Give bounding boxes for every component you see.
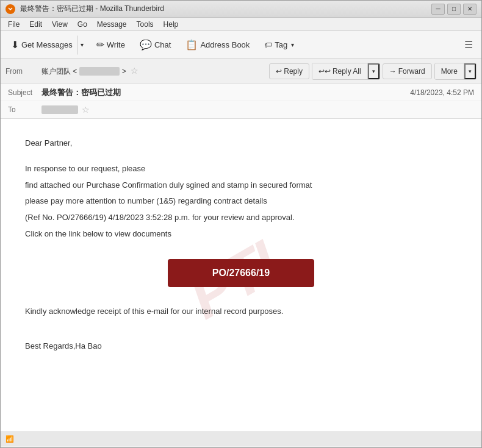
email-date: 4/18/2023, 4:52 PM bbox=[410, 88, 474, 97]
get-messages-icon: ⬇ bbox=[11, 39, 19, 51]
reply-all-dropdown[interactable]: ▾ bbox=[368, 63, 379, 79]
maximize-button[interactable]: □ bbox=[447, 4, 461, 15]
chat-button[interactable]: 💬 Chat bbox=[134, 35, 176, 55]
from-label: From bbox=[5, 67, 39, 76]
reply-all-group: ↩↩ Reply All ▾ bbox=[312, 63, 380, 80]
window-controls: ─ □ ✕ bbox=[431, 4, 477, 15]
get-messages-button[interactable]: ⬇ Get Messages bbox=[6, 35, 77, 55]
address-book-button[interactable]: 📋 Address Book bbox=[180, 35, 255, 55]
address-book-label: Address Book bbox=[200, 40, 250, 49]
to-label: To bbox=[8, 105, 41, 114]
subject-row: Subject 最终警告：密码已过期 4/18/2023, 4:52 PM bbox=[1, 84, 481, 101]
toolbar-menu-icon[interactable]: ☰ bbox=[461, 37, 477, 53]
menu-edit[interactable]: Edit bbox=[24, 19, 47, 30]
write-icon: ✏ bbox=[96, 39, 104, 51]
menu-go[interactable]: Go bbox=[73, 19, 92, 30]
email-line1: In response to our request, please bbox=[25, 163, 457, 176]
chat-label: Chat bbox=[154, 40, 171, 49]
write-label: Write bbox=[107, 40, 125, 49]
email-body: PTL Dear Partner, In response to our req… bbox=[1, 119, 481, 432]
email-line5: Click on the link below to view document… bbox=[25, 228, 457, 241]
address-book-icon: 📋 bbox=[185, 39, 198, 51]
forward-label: Forward bbox=[398, 67, 425, 76]
to-value-redacted bbox=[41, 105, 78, 114]
tag-dropdown-icon: ▾ bbox=[291, 41, 294, 48]
more-label: More bbox=[441, 67, 458, 76]
from-email-redacted bbox=[79, 67, 120, 76]
tag-button[interactable]: 🏷 Tag ▾ bbox=[259, 35, 300, 55]
window-title: 最终警告：密码已过期 - Mozilla Thunderbird bbox=[20, 4, 164, 14]
menu-file[interactable]: File bbox=[3, 19, 24, 30]
menu-help[interactable]: Help bbox=[159, 19, 184, 30]
from-name: 账户团队 < bbox=[41, 67, 77, 76]
subject-label: Subject bbox=[8, 88, 41, 97]
menu-message[interactable]: Message bbox=[92, 19, 132, 30]
tag-label: Tag bbox=[275, 40, 287, 49]
tag-icon: 🏷 bbox=[264, 40, 272, 49]
get-messages-label: Get Messages bbox=[21, 40, 73, 49]
more-dropdown[interactable]: ▾ bbox=[464, 63, 476, 79]
more-group: More ▾ bbox=[434, 63, 477, 80]
reply-button[interactable]: ↩ Reply bbox=[269, 63, 309, 79]
reply-label: Reply bbox=[284, 67, 303, 76]
to-star-icon[interactable]: ☆ bbox=[82, 105, 90, 115]
minimize-button[interactable]: ─ bbox=[431, 4, 445, 15]
reply-all-label: Reply All bbox=[333, 67, 361, 76]
subject-value: 最终警告：密码已过期 bbox=[41, 87, 410, 98]
email-header: Subject 最终警告：密码已过期 4/18/2023, 4:52 PM To… bbox=[1, 84, 481, 119]
write-button[interactable]: ✏ Write bbox=[91, 35, 131, 55]
po-link-button[interactable]: PO/27666/19 bbox=[168, 259, 314, 287]
status-bar: 📶 bbox=[1, 432, 481, 446]
forward-button[interactable]: → Forward bbox=[383, 63, 432, 79]
reply-all-button[interactable]: ↩↩ Reply All bbox=[312, 63, 368, 79]
menu-tools[interactable]: Tools bbox=[132, 19, 159, 30]
from-value: 账户团队 < > ☆ bbox=[41, 66, 267, 77]
email-line6: Kindly acknowledge receipt of this e-mai… bbox=[25, 305, 457, 318]
email-actions-bar: From 账户团队 < > ☆ ↩ Reply ↩↩ Reply All ▾ →… bbox=[1, 59, 481, 84]
get-messages-group: ⬇ Get Messages ▾ bbox=[5, 35, 87, 55]
to-row: To ☆ bbox=[1, 101, 481, 118]
more-button[interactable]: More bbox=[435, 63, 464, 79]
email-line2: find attached our Purchase Confirmation … bbox=[25, 179, 457, 192]
toolbar: ⬇ Get Messages ▾ ✏ Write 💬 Chat 📋 Addres… bbox=[1, 31, 481, 59]
menu-view[interactable]: View bbox=[47, 19, 73, 30]
app-icon bbox=[5, 4, 15, 14]
menu-bar: File Edit View Go Message Tools Help bbox=[1, 18, 481, 31]
status-icon: 📶 bbox=[5, 435, 14, 443]
email-greeting: Dear Partner, bbox=[25, 137, 457, 150]
get-messages-dropdown[interactable]: ▾ bbox=[77, 35, 87, 55]
reply-all-icon: ↩↩ bbox=[318, 67, 331, 76]
close-button[interactable]: ✕ bbox=[463, 4, 477, 15]
email-signature: Best Regards,Ha Bao bbox=[25, 340, 457, 353]
from-star-icon[interactable]: ☆ bbox=[131, 66, 138, 76]
chat-icon: 💬 bbox=[140, 39, 152, 51]
forward-icon: → bbox=[389, 67, 397, 76]
title-bar: 最终警告：密码已过期 - Mozilla Thunderbird ─ □ ✕ bbox=[1, 1, 481, 18]
email-line4: (Ref No. PO/27666/19) 4/18/2023 3:52:28 … bbox=[25, 212, 457, 224]
email-line3: please pay more attention to number (1&5… bbox=[25, 195, 457, 208]
from-angle-close: > bbox=[122, 67, 126, 76]
email-content: Dear Partner, In response to our request… bbox=[25, 137, 457, 352]
reply-icon: ↩ bbox=[276, 67, 282, 76]
